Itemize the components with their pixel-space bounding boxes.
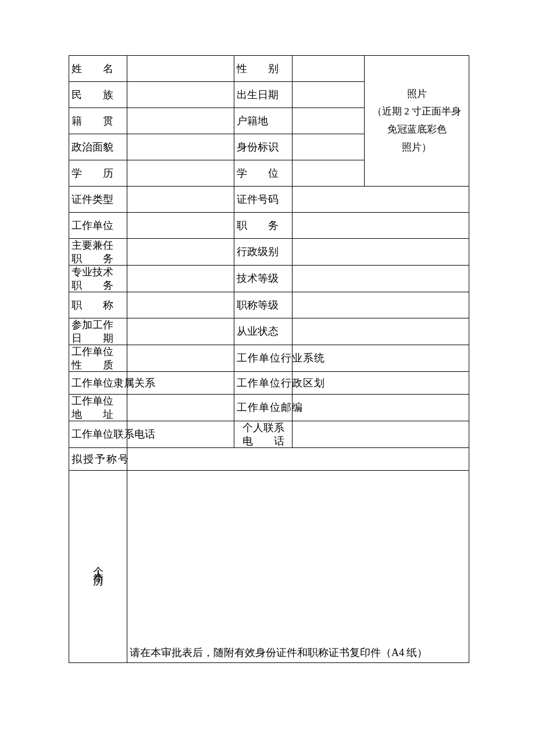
value-position[interactable] <box>293 213 469 239</box>
label-personal-phone: 个人联系 电 话 <box>234 421 293 448</box>
table-row: 工作单位 性 质 工作单位行业系统 <box>69 345 469 372</box>
form-table: 姓 名 性 别 照片 （近期 2 寸正面半身 免冠蓝底彩色 照片） 民 族 出生… <box>69 55 469 663</box>
label-admin-rank: 行政级别 <box>234 239 293 266</box>
table-row: 参加工作 日 期 从业状态 <box>69 318 469 345</box>
value-gender[interactable] <box>293 56 365 82</box>
table-row: 姓 名 性 别 照片 （近期 2 寸正面半身 免冠蓝底彩色 照片） <box>69 56 469 82</box>
value-tech-post[interactable] <box>127 266 234 292</box>
photo-cell: 照片 （近期 2 寸正面半身 免冠蓝底彩色 照片） <box>365 56 469 187</box>
value-birth[interactable] <box>293 82 365 108</box>
table-row: 工作单位联系电话 个人联系 电 话 <box>69 421 469 448</box>
label-politics: 政治面貌 <box>69 134 127 160</box>
value-work-start[interactable] <box>127 318 234 345</box>
value-tech-grade[interactable] <box>293 266 469 292</box>
photo-line1: 照片 <box>367 85 466 103</box>
label-resume-text: 个人简历 <box>91 558 105 572</box>
label-employer: 工作单位 <box>69 213 127 239</box>
label-title: 职 称 <box>69 292 127 318</box>
label-concurrent: 主要兼任 职 务 <box>69 239 127 266</box>
value-admin-rank[interactable] <box>293 239 469 266</box>
table-row: 工作单位隶属关系 工作单位行政区划 <box>69 372 469 395</box>
table-row: 专业技术 职 务 技术等级 <box>69 266 469 292</box>
label-idtype: 证件类型 <box>69 187 127 213</box>
label-tech-post: 专业技术 职 务 <box>69 266 127 292</box>
value-employer[interactable] <box>127 213 234 239</box>
photo-line3: 免冠蓝底彩色 <box>367 121 466 139</box>
table-row: 工作单位 地 址 工作单位邮编 <box>69 395 469 421</box>
label-name: 姓 名 <box>69 56 127 82</box>
label-hukou: 户籍地 <box>234 108 293 134</box>
label-ethnicity: 民 族 <box>69 82 127 108</box>
label-employer-affiliation: 工作单位隶属关系 <box>69 372 127 395</box>
label-employer-region: 工作单位行政区划 <box>234 372 293 395</box>
label-employer-zip: 工作单位邮编 <box>234 395 293 421</box>
label-employer-address: 工作单位 地 址 <box>69 395 127 421</box>
value-personal-phone[interactable] <box>293 421 469 448</box>
label-work-start: 参加工作 日 期 <box>69 318 127 345</box>
value-proposed-title[interactable] <box>127 448 469 471</box>
label-origin: 籍 贯 <box>69 108 127 134</box>
table-row: 个人简历 请在本审批表后，随附有效身份证件和职称证书复印件（A4 纸） <box>69 471 469 663</box>
label-proposed-title: 拟授予称号 <box>69 448 127 471</box>
table-row: 主要兼任 职 务 行政级别 <box>69 239 469 266</box>
value-hukou[interactable] <box>293 108 365 134</box>
value-origin[interactable] <box>127 108 234 134</box>
value-title-grade[interactable] <box>293 292 469 318</box>
value-concurrent[interactable] <box>127 239 234 266</box>
table-row: 工作单位 职 务 <box>69 213 469 239</box>
value-employer-address[interactable] <box>127 395 234 421</box>
label-idnum: 证件号码 <box>234 187 293 213</box>
value-resume[interactable]: 请在本审批表后，随附有效身份证件和职称证书复印件（A4 纸） <box>127 471 469 663</box>
photo-line2: （近期 2 寸正面半身 <box>367 103 466 121</box>
label-employer-nature: 工作单位 性 质 <box>69 345 127 372</box>
label-employer-phone: 工作单位联系电话 <box>69 421 127 448</box>
value-work-status[interactable] <box>293 318 469 345</box>
value-idnum[interactable] <box>293 187 469 213</box>
label-title-grade: 职称等级 <box>234 292 293 318</box>
value-politics[interactable] <box>127 134 234 160</box>
label-gender: 性 别 <box>234 56 293 82</box>
label-work-status: 从业状态 <box>234 318 293 345</box>
label-tech-grade: 技术等级 <box>234 266 293 292</box>
value-name[interactable] <box>127 56 234 82</box>
label-education: 学 历 <box>69 160 127 187</box>
value-title[interactable] <box>127 292 234 318</box>
value-identity[interactable] <box>293 134 365 160</box>
value-education[interactable] <box>127 160 234 187</box>
label-resume: 个人简历 <box>69 471 127 663</box>
value-employer-zip[interactable] <box>293 395 469 421</box>
value-employer-nature[interactable] <box>127 345 234 372</box>
photo-line4: 照片） <box>367 139 466 157</box>
label-position: 职 务 <box>234 213 293 239</box>
value-ethnicity[interactable] <box>127 82 234 108</box>
table-row: 证件类型 证件号码 <box>69 187 469 213</box>
label-identity: 身份标识 <box>234 134 293 160</box>
label-birth: 出生日期 <box>234 82 293 108</box>
value-degree[interactable] <box>293 160 365 187</box>
footer-note: 请在本审批表后，随附有效身份证件和职称证书复印件（A4 纸） <box>130 646 466 660</box>
label-employer-industry: 工作单位行业系统 <box>234 345 293 372</box>
table-row: 职 称 职称等级 <box>69 292 469 318</box>
table-row: 拟授予称号 <box>69 448 469 471</box>
value-idtype[interactable] <box>127 187 234 213</box>
label-degree: 学 位 <box>234 160 293 187</box>
